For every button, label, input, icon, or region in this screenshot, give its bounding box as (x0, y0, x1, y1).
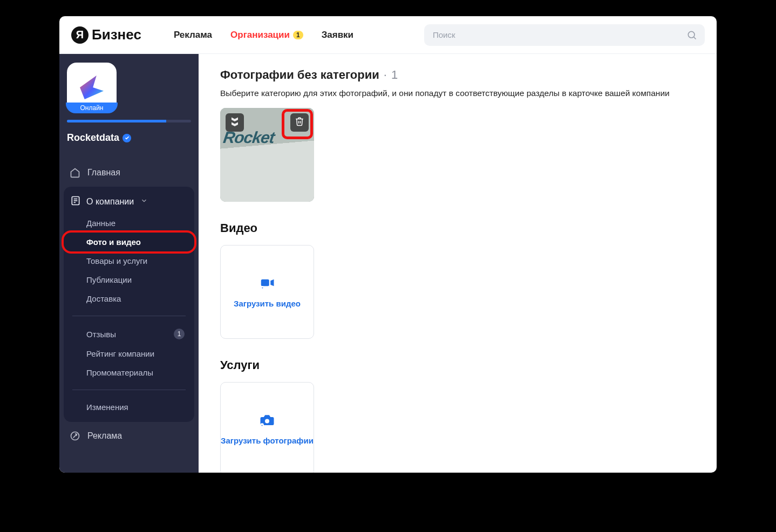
reviews-count-badge: 1 (174, 329, 185, 339)
logo-text: Бизнес (92, 26, 141, 43)
nav-ads[interactable]: Реклама (174, 30, 212, 40)
org-logo[interactable]: Онлайн (67, 63, 117, 112)
logo[interactable]: Я Бизнес (71, 26, 141, 44)
tag-icon (230, 117, 240, 128)
logo-badge: Я (71, 26, 89, 44)
services-section-heading: Услуги (220, 358, 695, 372)
verified-icon (122, 134, 131, 142)
camera-icon: + (259, 412, 275, 430)
trash-icon (295, 117, 304, 128)
photo-thumbnail[interactable]: Rocket (220, 108, 314, 202)
org-name[interactable]: Rocketdata (67, 132, 191, 144)
upload-video-label: Загрузить видео (234, 298, 301, 309)
org-status-badge: Онлайн (66, 103, 118, 113)
uncategorized-photos-title: Фотографии без категории · 1 (220, 68, 695, 82)
nav-requests[interactable]: Заявки (322, 30, 353, 40)
search-icon[interactable] (686, 30, 697, 43)
uncategorized-description: Выберите категорию для этих фотографий, … (220, 87, 695, 99)
sidebar-item-publications[interactable]: Публикации (64, 270, 194, 289)
top-bar: Я Бизнес Реклама Организации 1 Заявки (59, 16, 717, 54)
sidebar-item-delivery[interactable]: Доставка (64, 289, 194, 308)
sidebar-item-label: Главная (87, 168, 120, 178)
section-title-text: Фотографии без категории (220, 68, 379, 82)
video-section-heading: Видео (220, 221, 695, 235)
home-icon (69, 167, 81, 178)
org-name-text: Rocketdata (67, 132, 119, 144)
uncategorized-count: 1 (391, 68, 398, 82)
svg-line-1 (694, 37, 696, 39)
svg-text:+: + (261, 285, 263, 289)
sidebar-item-label: Отзывы (86, 330, 116, 339)
nav-organizations-badge: 1 (293, 31, 303, 39)
nav-organizations[interactable]: Организации 1 (230, 30, 303, 40)
svg-marker-8 (270, 279, 274, 287)
sidebar-item-about-company[interactable]: О компании (64, 190, 194, 214)
sidebar-item-home[interactable]: Главная (59, 162, 199, 183)
upload-photos-label: Загрузить фотографии (221, 435, 314, 446)
sidebar-item-reviews[interactable]: Отзывы 1 (64, 324, 194, 344)
document-icon (70, 195, 81, 208)
upload-video-card[interactable]: + Загрузить видео (220, 245, 314, 339)
chevron-down-icon (140, 197, 148, 207)
sidebar: Онлайн Rocketdata Главная (59, 54, 199, 473)
upload-photos-card[interactable]: + Загрузить фотографии (220, 382, 314, 473)
main-content: Фотографии без категории · 1 Выберите ка… (199, 54, 717, 473)
org-progress-bar (67, 120, 191, 122)
divider (72, 316, 186, 316)
top-nav: Реклама Организации 1 Заявки (174, 30, 353, 40)
tag-photo-button[interactable] (226, 113, 244, 132)
sidebar-item-data[interactable]: Данные (64, 214, 194, 233)
svg-point-11 (265, 419, 269, 423)
svg-text:+: + (261, 423, 263, 427)
sidebar-item-goods-services[interactable]: Товары и услуги (64, 251, 194, 270)
sidebar-item-promo[interactable]: Промоматериалы (64, 363, 194, 382)
sidebar-item-photo-video[interactable]: Фото и видео (64, 233, 194, 251)
sidebar-item-changes[interactable]: Изменения (64, 398, 194, 417)
arrow-icon (80, 76, 104, 99)
delete-photo-button[interactable] (290, 113, 309, 132)
megaphone-icon (69, 431, 81, 441)
sidebar-item-company-rating[interactable]: Рейтинг компании (64, 344, 194, 363)
svg-point-0 (688, 31, 695, 38)
sidebar-item-advertising[interactable]: Реклама (59, 425, 199, 447)
search-input[interactable] (424, 24, 705, 46)
sidebar-item-label: Реклама (87, 431, 122, 441)
nav-organizations-label: Организации (230, 30, 290, 40)
divider (72, 390, 186, 390)
sidebar-item-label: О компании (86, 197, 134, 207)
video-camera-icon: + (259, 275, 275, 293)
sidebar-group-about: О компании Данные Фото и видео Товары и … (64, 187, 194, 422)
